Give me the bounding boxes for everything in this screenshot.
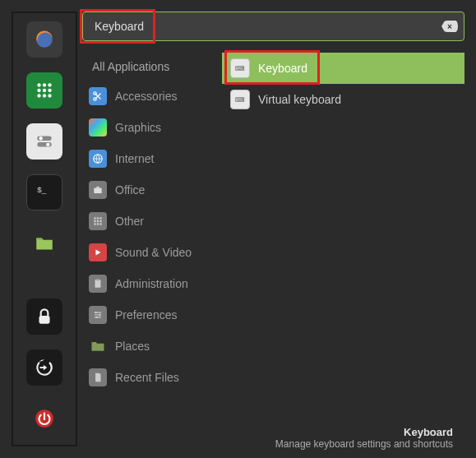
keyboard-icon: ⌨ bbox=[230, 90, 250, 109]
result-label: Virtual keyboard bbox=[258, 93, 341, 106]
category-places[interactable]: Places bbox=[82, 331, 222, 362]
category-label: Other bbox=[115, 215, 144, 228]
svg-rect-15 bbox=[39, 316, 50, 324]
grid-icon bbox=[34, 80, 55, 101]
scissors-icon bbox=[89, 87, 107, 105]
svg-rect-26 bbox=[97, 220, 99, 222]
footer: Keyboard Manage keyboard settings and sh… bbox=[82, 421, 464, 458]
briefcase-icon bbox=[89, 181, 107, 199]
terminal-icon: $_ bbox=[34, 182, 55, 203]
lock-icon bbox=[34, 306, 55, 327]
svg-rect-22 bbox=[94, 217, 95, 219]
svg-point-3 bbox=[48, 83, 51, 86]
svg-rect-28 bbox=[94, 223, 95, 224]
footer-title: Keyboard bbox=[94, 426, 453, 438]
svg-point-35 bbox=[96, 317, 98, 318]
toggle-icon bbox=[34, 131, 55, 152]
clipboard-icon bbox=[89, 275, 107, 293]
dock-lock[interactable] bbox=[26, 298, 62, 335]
dock-files[interactable] bbox=[26, 225, 62, 261]
globe-icon bbox=[89, 150, 107, 168]
svg-rect-23 bbox=[97, 217, 99, 219]
category-accessories[interactable]: Accessories bbox=[82, 81, 222, 112]
category-label: Preferences bbox=[115, 308, 177, 322]
document-icon bbox=[89, 368, 107, 386]
category-label: Internet bbox=[115, 152, 154, 165]
category-office[interactable]: Office bbox=[82, 174, 222, 206]
category-label: Accessories bbox=[115, 90, 177, 103]
svg-point-7 bbox=[37, 94, 40, 97]
category-label: Places bbox=[115, 340, 150, 353]
content-area: All Applications Accessories Graphics In… bbox=[82, 46, 464, 421]
svg-rect-27 bbox=[99, 220, 101, 222]
search-input[interactable] bbox=[82, 12, 464, 41]
svg-rect-25 bbox=[94, 220, 95, 222]
svg-rect-32 bbox=[96, 279, 99, 280]
category-label: Administration bbox=[115, 277, 188, 290]
category-all-applications[interactable]: All Applications bbox=[82, 53, 222, 81]
svg-point-8 bbox=[43, 94, 46, 97]
play-icon bbox=[89, 243, 107, 261]
logout-icon bbox=[34, 357, 55, 378]
category-preferences[interactable]: Preferences bbox=[82, 299, 222, 331]
category-sound-video[interactable]: Sound & Video bbox=[82, 237, 222, 268]
search-row: × bbox=[82, 12, 464, 41]
clear-search-button[interactable]: × bbox=[441, 21, 458, 32]
svg-point-5 bbox=[43, 89, 46, 92]
category-label: Graphics bbox=[115, 121, 161, 134]
category-recent-files[interactable]: Recent Files bbox=[82, 362, 222, 393]
svg-rect-21 bbox=[96, 187, 99, 188]
svg-point-6 bbox=[48, 89, 51, 92]
svg-rect-20 bbox=[94, 188, 101, 193]
keyboard-icon: ⌨ bbox=[230, 58, 250, 78]
svg-rect-24 bbox=[99, 217, 101, 219]
svg-point-9 bbox=[48, 94, 51, 97]
dock-terminal[interactable]: $_ bbox=[26, 174, 62, 210]
folder-icon bbox=[34, 233, 55, 254]
category-administration[interactable]: Administration bbox=[82, 268, 222, 299]
dock-power[interactable] bbox=[26, 400, 62, 437]
sliders-icon bbox=[89, 306, 107, 324]
dock-logout[interactable] bbox=[26, 349, 62, 386]
category-label: Office bbox=[115, 183, 145, 197]
svg-rect-29 bbox=[97, 223, 99, 224]
footer-description: Manage keyboard settings and shortcuts bbox=[94, 438, 453, 450]
result-label: Keyboard bbox=[258, 62, 307, 75]
result-keyboard[interactable]: ⌨ Keyboard bbox=[222, 53, 464, 84]
svg-point-4 bbox=[37, 89, 40, 92]
results-column: ⌨ Keyboard ⌨ Virtual keyboard bbox=[222, 46, 464, 421]
power-icon bbox=[34, 408, 55, 429]
category-other[interactable]: Other bbox=[82, 206, 222, 237]
svg-text:$_: $_ bbox=[37, 185, 46, 194]
result-virtual-keyboard[interactable]: ⌨ Virtual keyboard bbox=[222, 84, 464, 115]
dock-toggle[interactable] bbox=[26, 123, 62, 160]
svg-point-33 bbox=[95, 312, 97, 313]
category-column: All Applications Accessories Graphics In… bbox=[82, 46, 222, 421]
svg-point-11 bbox=[39, 136, 43, 140]
menu-panel: × All Applications Accessories Graphics … bbox=[82, 12, 464, 458]
svg-point-34 bbox=[99, 314, 100, 316]
dock-apps[interactable] bbox=[26, 72, 62, 109]
grid-small-icon bbox=[89, 212, 107, 230]
svg-point-2 bbox=[43, 83, 46, 86]
firefox-icon bbox=[34, 29, 55, 50]
palette-icon bbox=[89, 118, 107, 136]
svg-point-13 bbox=[46, 143, 49, 146]
folder-small-icon bbox=[89, 337, 107, 355]
category-label: Recent Files bbox=[115, 371, 179, 384]
svg-rect-31 bbox=[95, 280, 101, 287]
category-internet[interactable]: Internet bbox=[82, 143, 222, 174]
svg-point-1 bbox=[37, 83, 40, 86]
dock: $_ bbox=[12, 12, 77, 446]
category-label: All Applications bbox=[92, 60, 169, 73]
svg-rect-30 bbox=[99, 223, 101, 224]
dock-firefox[interactable] bbox=[26, 21, 62, 58]
category-label: Sound & Video bbox=[115, 246, 192, 259]
category-graphics[interactable]: Graphics bbox=[82, 112, 222, 143]
